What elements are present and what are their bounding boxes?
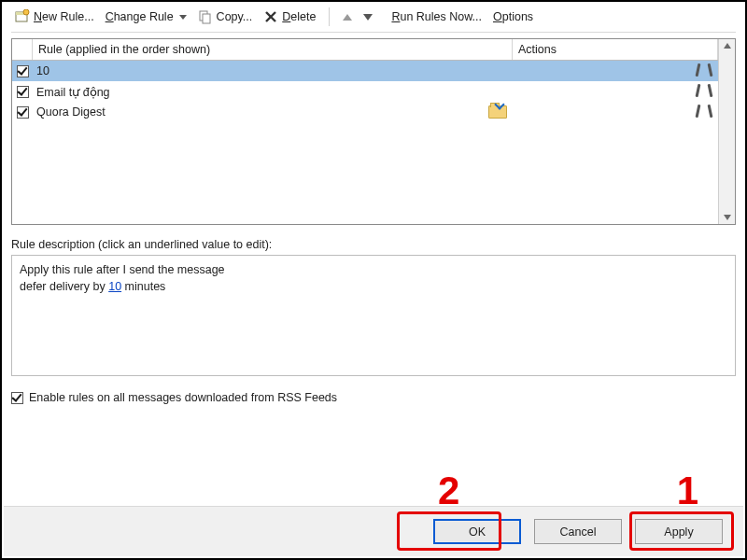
run-rules-now-label: Run Rules Now... [391,10,482,23]
checkbox-icon[interactable] [17,86,29,98]
rss-enable-row[interactable]: Enable rules on all messages downloaded … [11,391,736,404]
rules-list-header: Rule (applied in the order shown) Action… [12,39,718,61]
svg-rect-4 [203,14,210,23]
toolbar-separator [329,7,330,26]
change-rule-button[interactable]: Change Rule [102,8,190,25]
new-rule-label: New Rule... [34,10,94,23]
wrench-icon [694,104,714,120]
row-checkbox[interactable] [12,64,33,77]
row-tool-icons [690,83,718,100]
delete-label: Delete [282,10,316,23]
delete-icon [263,9,278,24]
run-rules-now-button[interactable]: Run Rules Now... [388,8,486,25]
options-label: Options [493,10,533,23]
table-row[interactable]: Email tự động [12,81,718,102]
rules-toolbar: New Rule... Change Rule Copy... Delete R… [11,6,736,33]
wrench-icon [694,83,714,100]
column-header-checkbox[interactable] [12,39,33,60]
rss-enable-checkbox[interactable] [11,392,23,404]
move-up-button[interactable] [343,14,352,21]
row-checkbox[interactable] [12,105,33,119]
list-scrollbar[interactable] [718,39,735,224]
checkbox-icon[interactable] [17,65,29,77]
rule-description-label: Rule description (click an underlined va… [11,238,736,251]
dropdown-caret-icon [179,15,187,20]
new-rule-icon [15,9,30,24]
new-rule-button[interactable]: New Rule... [11,7,98,26]
checkbox-icon[interactable] [17,106,29,119]
table-row[interactable]: Quora Digest [12,102,718,122]
copy-icon [198,9,213,24]
desc-line-2: defer delivery by 10 minutes [20,278,727,295]
svg-point-2 [23,9,29,15]
row-actions [485,105,690,119]
wrench-icon [694,63,714,79]
column-header-rule[interactable]: Rule (applied in the order shown) [33,39,513,60]
row-rule-name: Email tự động [33,85,485,99]
table-row[interactable]: 10 [12,61,718,81]
scroll-up-icon[interactable] [724,43,731,49]
change-rule-label: Change Rule [106,10,174,23]
desc-line-1: Apply this rule after I send the message [20,261,727,278]
row-tool-icons [690,63,718,79]
defer-minutes-link[interactable]: 10 [108,280,121,293]
row-tool-icons [690,104,718,120]
copy-button[interactable]: Copy... [194,7,257,26]
rule-description-box: Apply this rule after I send the message… [11,255,736,376]
move-to-folder-icon [488,105,507,119]
move-down-button[interactable] [363,14,373,21]
dialog-footer: OK Cancel Apply [4,506,743,556]
delete-button[interactable]: Delete [260,7,319,26]
row-checkbox[interactable] [12,85,33,98]
cancel-button[interactable]: Cancel [534,519,622,544]
ok-button[interactable]: OK [433,519,521,544]
row-rule-name: Quora Digest [33,105,485,119]
row-rule-name: 10 [33,64,485,77]
scroll-down-icon[interactable] [724,215,731,220]
rss-enable-label: Enable rules on all messages downloaded … [29,391,337,404]
apply-button[interactable]: Apply [635,519,723,544]
options-button[interactable]: Options [489,8,537,25]
rules-list: Rule (applied in the order shown) Action… [11,38,736,225]
copy-label: Copy... [217,10,253,23]
column-header-actions[interactable]: Actions [513,39,718,60]
